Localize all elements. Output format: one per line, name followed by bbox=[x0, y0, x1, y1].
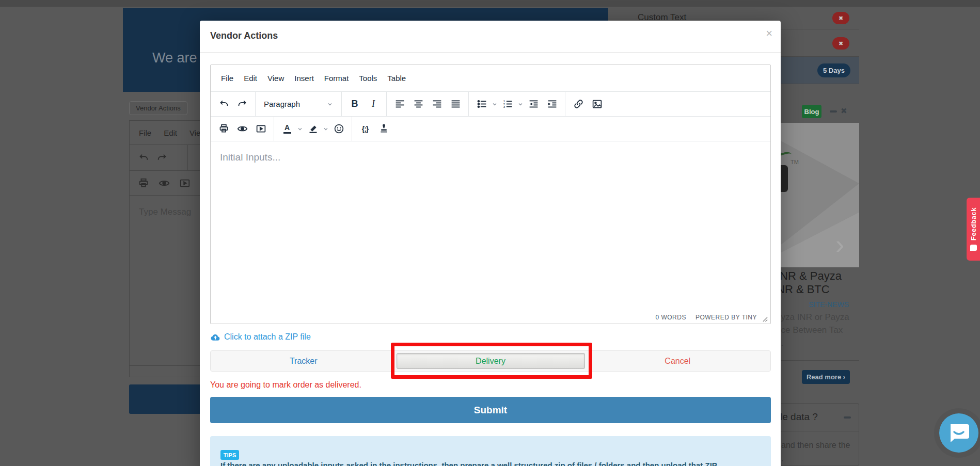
indent-icon[interactable] bbox=[543, 95, 561, 113]
divider bbox=[774, 360, 859, 361]
tips-badge: TIPS bbox=[220, 450, 239, 460]
excerpt-line: ... bbox=[776, 336, 849, 349]
resize-handle-icon[interactable] bbox=[762, 316, 768, 322]
read-more-button[interactable]: Read more › bbox=[802, 370, 850, 384]
italic-icon[interactable]: I bbox=[365, 95, 382, 113]
editor-menubar: File Edit View Insert Format Tools Table bbox=[211, 65, 770, 92]
menu-edit[interactable]: Edit bbox=[239, 71, 262, 86]
menu-file[interactable]: File bbox=[216, 71, 239, 86]
print-icon[interactable] bbox=[215, 120, 232, 138]
bg-print-icon[interactable] bbox=[138, 178, 149, 189]
delivery-cell: Delivery bbox=[397, 351, 585, 371]
blog-title-line1: INR & Payza bbox=[777, 269, 842, 283]
image-icon[interactable] bbox=[588, 95, 606, 113]
modal-header: Vendor Actions × bbox=[200, 21, 781, 53]
bg-toolbar-separator bbox=[187, 145, 188, 170]
rich-text-editor: File Edit View Insert Format Tools Table bbox=[210, 65, 771, 324]
submit-button[interactable]: Submit bbox=[210, 397, 771, 423]
stamp-icon[interactable] bbox=[375, 120, 392, 138]
tips-panel: TIPS If there are any uploadable inputs … bbox=[210, 436, 771, 466]
bg-redo-icon[interactable] bbox=[156, 152, 168, 164]
background-vendor-actions-tab[interactable]: Vendor Actions bbox=[129, 101, 187, 115]
align-left-icon[interactable] bbox=[391, 95, 408, 113]
editor-toolbar-row2: A {;} bbox=[211, 117, 770, 141]
editor-content-area[interactable]: Initial Inputs... bbox=[211, 141, 770, 311]
undo-icon[interactable] bbox=[215, 95, 232, 113]
align-right-icon[interactable] bbox=[428, 95, 446, 113]
excerpt-line: ayza INR or Payza bbox=[776, 311, 849, 324]
minimize-widget-icon[interactable] bbox=[830, 110, 837, 113]
remove-row-icon[interactable]: ✖ bbox=[832, 12, 849, 24]
word-count: 0 WORDS bbox=[655, 314, 686, 321]
background-tab-label: Vendor Actions bbox=[136, 104, 181, 112]
blog-badge: Blog bbox=[802, 105, 821, 118]
bg-media-icon[interactable] bbox=[179, 178, 191, 189]
cancel-button[interactable]: Cancel bbox=[585, 351, 771, 371]
blog-title[interactable]: INR & Payza NR & BTC bbox=[777, 269, 842, 296]
modal-title: Vendor Actions bbox=[210, 30, 278, 41]
data-widget-text: . bbox=[781, 452, 850, 465]
highlight-color-icon[interactable] bbox=[304, 120, 322, 138]
editor-statusbar: 0 WORDS POWERED BY TINY bbox=[211, 311, 770, 324]
editor-toolbar-row1: Paragraph B I bbox=[211, 92, 770, 117]
numbered-list-icon[interactable]: 123 bbox=[499, 95, 516, 113]
code-sample-icon[interactable]: {;} bbox=[356, 120, 374, 138]
delivery-warning-text: You are going to mark order as delivered… bbox=[210, 380, 361, 390]
bg-menu-file[interactable]: File bbox=[139, 128, 151, 137]
highlight-color-options-icon[interactable] bbox=[323, 126, 329, 132]
close-widget-icon[interactable]: ✖ bbox=[841, 106, 847, 116]
chevron-down-icon bbox=[327, 101, 333, 107]
attach-zip-label: Click to attach a ZIP file bbox=[224, 332, 311, 342]
emoji-icon[interactable] bbox=[330, 120, 347, 138]
numbered-list-options-icon[interactable] bbox=[517, 101, 524, 107]
excerpt-line: nce Between Tax bbox=[776, 324, 849, 336]
feedback-tab[interactable]: Feedback bbox=[967, 198, 980, 261]
modal-close-icon[interactable]: × bbox=[766, 27, 772, 40]
menu-table[interactable]: Table bbox=[382, 71, 411, 86]
action-button-bar: Tracker Delivery Cancel bbox=[210, 350, 771, 372]
tips-text: If there are any uploadable inputs asked… bbox=[220, 461, 763, 466]
bold-icon[interactable]: B bbox=[346, 95, 363, 113]
editor-placeholder: Initial Inputs... bbox=[220, 152, 280, 163]
powered-by-tiny[interactable]: POWERED BY TINY bbox=[696, 314, 757, 321]
text-color-options-icon[interactable] bbox=[297, 126, 303, 132]
bg-menu-edit[interactable]: Edit bbox=[164, 128, 177, 137]
paragraph-style-select[interactable]: Paragraph bbox=[260, 95, 337, 113]
bullet-list-options-icon[interactable] bbox=[492, 101, 498, 107]
trademark-label: TM bbox=[791, 159, 799, 165]
page-top-bar bbox=[0, 0, 980, 7]
preview-icon[interactable] bbox=[233, 120, 251, 138]
menu-format[interactable]: Format bbox=[319, 71, 354, 86]
bullet-list-icon[interactable] bbox=[473, 95, 491, 113]
chat-bubble-button[interactable] bbox=[939, 413, 978, 453]
feedback-chat-icon bbox=[970, 245, 977, 251]
delivery-button[interactable]: Delivery bbox=[397, 353, 585, 369]
carousel-next-icon[interactable]: › bbox=[835, 231, 844, 258]
bg-menu-view[interactable]: Vie bbox=[189, 128, 200, 137]
feedback-label: Feedback bbox=[970, 207, 977, 240]
tracker-button[interactable]: Tracker bbox=[211, 351, 397, 371]
text-color-icon[interactable]: A bbox=[278, 120, 296, 138]
outdent-icon[interactable] bbox=[525, 95, 542, 113]
bg-message-placeholder[interactable]: Type Messag bbox=[130, 196, 191, 217]
menu-view[interactable]: View bbox=[262, 71, 289, 86]
menu-tools[interactable]: Tools bbox=[354, 71, 382, 86]
days-badge: 5 Days bbox=[817, 63, 850, 77]
redo-icon[interactable] bbox=[233, 95, 251, 113]
remove-row-icon[interactable]: ✖ bbox=[832, 37, 849, 50]
align-justify-icon[interactable] bbox=[447, 95, 464, 113]
link-icon[interactable] bbox=[570, 95, 587, 113]
blog-category-link[interactable]: SITE-NEWS bbox=[809, 300, 849, 309]
align-center-icon[interactable] bbox=[409, 95, 427, 113]
menu-insert[interactable]: Insert bbox=[289, 71, 319, 86]
cloud-upload-icon bbox=[210, 333, 220, 341]
paragraph-style-value: Paragraph bbox=[264, 100, 300, 108]
blog-excerpt: ayza INR or Payza nce Between Tax ... bbox=[776, 311, 849, 349]
media-icon[interactable] bbox=[252, 120, 270, 138]
bg-preview-icon[interactable] bbox=[159, 178, 170, 189]
minimize-widget-icon[interactable] bbox=[844, 416, 851, 419]
vendor-actions-modal: Vendor Actions × File Edit View Insert F… bbox=[200, 21, 781, 466]
data-widget-title: le data ? bbox=[780, 411, 818, 423]
bg-undo-icon[interactable] bbox=[138, 152, 149, 164]
attach-zip-link[interactable]: Click to attach a ZIP file bbox=[210, 332, 311, 342]
